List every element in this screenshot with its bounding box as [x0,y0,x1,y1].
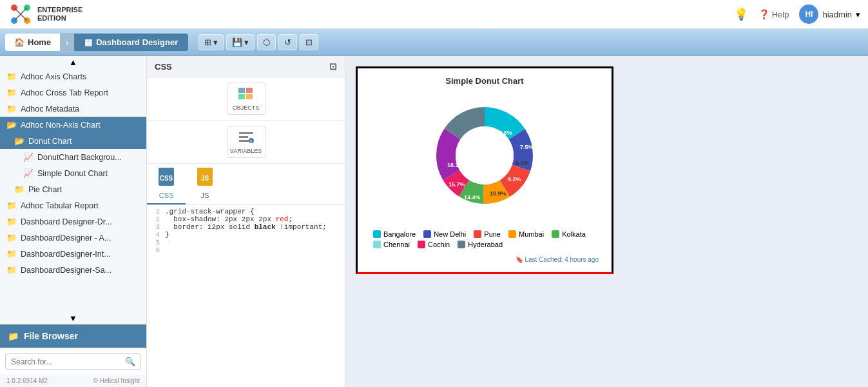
svg-text:JS: JS [201,175,209,182]
donut-container: 17.8% 7.5% 8.4% 9.2% 10.9% 14.4% 15.7% 1… [365,91,604,220]
legend-color-bangalore [373,230,381,238]
logo-text: ENTERPRISE EDITION [37,6,82,23]
legend-label-cochin: Cochin [428,241,450,248]
legend-label-newdelhi: New Delhi [434,230,466,238]
legend-mumbai: Mumbai [508,230,544,238]
sidebar-search-area: 🔍 [0,348,146,375]
folder-icon: 📁 [6,72,17,81]
preview-icon: ⬡ [263,37,270,47]
user-area[interactable]: HI hiadmin ▾ [799,5,860,24]
chart-icon: 📈 [23,168,34,178]
folder-icon: 📁 [6,249,17,259]
dropdown-icon: ▾ [856,10,860,19]
variables-label: VARIABLES [230,148,262,154]
help-link[interactable]: ❓ Help [758,9,789,19]
top-bar: ENTERPRISE EDITION 💡 ❓ Help HI hiadmin ▾ [0,0,868,29]
legend-kolkata: Kolkata [552,230,586,238]
content-area: Simple Donut Chart [345,56,868,387]
legend-color-chennai [373,241,381,248]
legend-label-pune: Pune [484,230,501,238]
save-tool-btn[interactable]: 💾▾ [226,34,255,50]
js-file-icon: JS [197,168,213,189]
scroll-up-btn[interactable]: ▲ [0,56,146,68]
legend-pune: Pune [474,230,501,238]
help-label: Help [772,10,789,19]
code-line-5: 5 [147,239,345,246]
settings-tool-btn[interactable]: ⊡ [300,34,318,50]
scroll-down-btn[interactable]: ▼ [0,312,146,324]
legend-label-kolkata: Kolkata [562,230,586,238]
js-tab-label: JS [201,192,209,199]
css-tab[interactable]: CSS CSS [147,164,186,204]
folder-icon: 📁 [8,331,19,341]
panel-icons: ⊡ [329,61,337,72]
refresh-tool-btn[interactable]: ↺ [278,34,297,50]
css-tab-label: CSS [159,192,174,199]
main-layout: ▲ 📁 Adhoc Axis Charts 📁 Adhoc Cross Tab … [0,56,868,387]
sidebar-item-dd-a[interactable]: 📁 DashboardDesigner - A... [0,230,146,246]
objects-btn[interactable]: OBJECTS [227,83,265,115]
sidebar-item-adhoc-axis[interactable]: 📁 Adhoc Axis Charts [0,68,146,84]
last-cached-text: Last Cached: 4 hours ago [525,256,599,263]
sidebar-item-simple-donut[interactable]: 📈 Simple Donut Chart [0,165,146,181]
svg-rect-7 [246,88,253,93]
editor-tabs: CSS CSS JS JS [147,164,345,205]
code-line-6: 6 [147,246,345,254]
css-editor: 1 .grid-stack-wrapper { 2 box-shadow: 2p… [147,205,345,387]
legend-hyderabad: Hyderabad [458,241,503,248]
folder-icon: 📁 [6,217,17,226]
folder-icon: 📁 [14,184,24,194]
sidebar-scroll: 📁 Adhoc Axis Charts 📁 Adhoc Cross Tab Re… [0,68,146,312]
sidebar-item-dd-sa[interactable]: 📁 DashboardDesigner-Sa... [0,262,146,278]
helical-insight-text: © Helical Insight [93,377,140,384]
file-browser-label: File Browser [24,331,78,341]
search-box: 🔍 [5,353,141,370]
css-file-icon: CSS [159,168,174,189]
sidebar-item-donut-chart[interactable]: 📂 Donut Chart [0,133,146,149]
search-input[interactable] [11,357,122,366]
code-line-2: 2 box-shadow: 2px 2px 2px red; [147,215,345,223]
sidebar-item-cross-tab[interactable]: 📁 Adhoc Cross Tab Report [0,84,146,101]
sidebar-item-metadata[interactable]: 📁 Adhoc Metadata [0,101,146,117]
folder-icon: 📁 [6,104,17,114]
legend-bangalore: Bangalore [373,230,416,238]
file-browser-section[interactable]: 📁 File Browser [0,324,146,348]
sidebar-item-dd-dr[interactable]: 📁 Dashboard Designer-Dr... [0,213,146,230]
variables-btn[interactable]: ≡ VARIABLES [227,126,265,158]
home-icon: 🏠 [14,37,24,47]
panel-header: CSS ⊡ [147,56,345,77]
top-bar-left: ENTERPRISE EDITION [8,3,82,26]
dashboard-nav[interactable]: ▦ Dashboard Designer [74,34,188,51]
sidebar-item-dd-int[interactable]: 📁 DashboardDesigner-Int... [0,246,146,262]
code-line-4: 4 } [147,231,345,239]
legend-color-hyderabad [458,241,465,248]
sidebar-item-donut-bg[interactable]: 📈 DonutChart Backgrou... [0,149,146,165]
sidebar: ▲ 📁 Adhoc Axis Charts 📁 Adhoc Cross Tab … [0,56,147,387]
legend-chennai: Chennai [373,241,410,248]
js-tab[interactable]: JS JS [186,164,224,204]
objects-label: OBJECTS [233,104,260,111]
sidebar-item-pie[interactable]: 📁 Pie Chart [0,181,146,197]
nav-chevron: › [60,33,74,52]
code-content: 1 .grid-stack-wrapper { 2 box-shadow: 2p… [147,205,345,257]
legend-label-hyderabad: Hyderabad [468,241,503,248]
donut-chart-svg: 17.8% 7.5% 8.4% 9.2% 10.9% 14.4% 15.7% 1… [420,91,549,220]
legend-color-newdelhi [423,230,431,238]
sidebar-item-non-axis[interactable]: 📂 Adhoc Non-Axis Chart [0,117,146,133]
last-cached: 🔖 Last Cached: 4 hours ago [365,253,604,264]
panel-maximize-btn[interactable]: ⊡ [329,61,337,72]
svg-rect-9 [246,94,253,99]
save-icon: 💾 [232,37,242,47]
preview-tool-btn[interactable]: ⬡ [257,34,276,50]
objects-row: OBJECTS [147,77,345,121]
code-line-1: 1 .grid-stack-wrapper { [147,208,345,215]
variables-row: ≡ VARIABLES [147,121,345,164]
grid-tool-btn[interactable]: ⊞▾ [198,34,224,50]
sidebar-item-tabular[interactable]: 📁 Adhoc Tabular Report [0,197,146,213]
home-label: Home [28,37,51,47]
code-line-3: 3 border: 12px solid black !important; [147,223,345,231]
lightbulb-icon[interactable]: 💡 [734,7,748,21]
dashboard-label: Dashboard Designer [96,37,178,47]
svg-rect-10 [239,132,253,134]
home-nav[interactable]: 🏠 Home [5,34,60,51]
